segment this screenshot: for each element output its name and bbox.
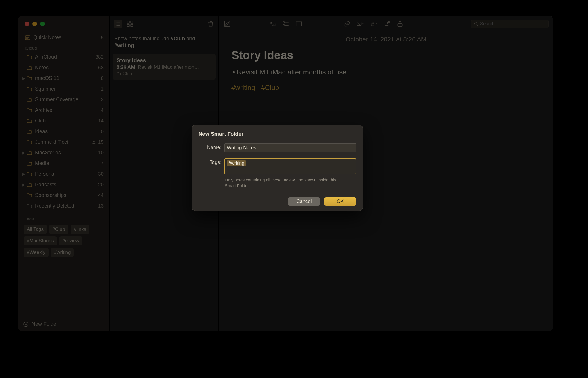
chevron-right-icon: ▶ xyxy=(22,76,26,80)
folder-icon xyxy=(26,54,32,60)
tag-pill[interactable]: #review xyxy=(59,236,82,245)
folder-icon xyxy=(117,72,121,76)
sidebar-item-macstories[interactable]: ▶MacStories110 xyxy=(21,147,107,158)
dialog-hint: Only notes containing all these tags wil… xyxy=(225,177,340,189)
smart-folder-name-input[interactable] xyxy=(224,143,356,152)
sidebar-item-notes[interactable]: Notes68 xyxy=(21,62,107,73)
sidebar-item-label: Archive xyxy=(35,107,101,113)
tag-pills-container: All Tags#Club#links#MacStories#review#We… xyxy=(21,222,107,257)
search-input[interactable] xyxy=(480,21,546,26)
sidebar-item-label: Notes xyxy=(35,65,98,71)
sidebar-item-label: All iCloud xyxy=(35,54,96,60)
svg-rect-4 xyxy=(131,21,133,23)
sidebar-item-summer-coverage-[interactable]: Summer Coverage…3 xyxy=(21,94,107,105)
smart-filter-prompt: Show notes that include #Club and #writi… xyxy=(110,32,218,54)
sidebar-item-count: 30 xyxy=(98,171,104,177)
smart-folder-tags-input[interactable]: #writing xyxy=(224,158,356,174)
lock-icon[interactable]: ⌵ xyxy=(370,20,377,28)
chevron-right-icon: ▶ xyxy=(22,151,26,155)
sidebar-item-all-icloud[interactable]: All iCloud382 xyxy=(21,52,107,62)
sidebar-item-macos-11[interactable]: ▶macOS 118 xyxy=(21,73,107,84)
sidebar-item-label: Personal xyxy=(35,171,98,177)
tag-pill[interactable]: #MacStories xyxy=(24,236,57,245)
link-icon[interactable] xyxy=(343,20,351,28)
checklist-icon[interactable] xyxy=(282,20,289,28)
sidebar-item-club[interactable]: Club14 xyxy=(21,116,107,126)
folder-icon xyxy=(26,65,32,71)
svg-point-9 xyxy=(283,25,285,26)
sidebar-item-count: 5 xyxy=(101,35,104,41)
trash-icon[interactable] xyxy=(207,20,214,28)
note-card[interactable]: Story Ideas 8:26 AM Revisit M1 iMac afte… xyxy=(113,54,216,80)
sidebar-item-recently-deleted[interactable]: Recently Deleted13 xyxy=(21,201,107,211)
sidebar-item-personal[interactable]: ▶Personal30 xyxy=(21,169,107,179)
folder-icon xyxy=(26,161,32,166)
svg-point-15 xyxy=(388,21,389,22)
folder-icon xyxy=(26,182,32,188)
sidebar-item-label: MacStories xyxy=(35,150,96,156)
folder-icon xyxy=(26,76,32,81)
chevron-right-icon: ▶ xyxy=(22,172,26,176)
sidebar-item-label: Sponsorships xyxy=(35,192,98,198)
note-date: October 14, 2021 at 8:26 AM xyxy=(231,36,541,49)
sidebar-item-ideas[interactable]: Ideas0 xyxy=(21,126,107,137)
collaborate-icon[interactable] xyxy=(383,20,390,28)
list-view-icon[interactable] xyxy=(114,20,122,28)
svg-point-1 xyxy=(93,141,94,142)
folder-icon xyxy=(26,118,32,124)
tag-pill[interactable]: #links xyxy=(71,225,89,234)
sidebar-item-label: Recently Deleted xyxy=(35,203,98,209)
list-toolbar xyxy=(110,16,218,32)
new-folder-button[interactable]: New Folder xyxy=(18,317,109,331)
minimize-window-icon[interactable] xyxy=(32,22,37,26)
svg-rect-5 xyxy=(127,24,129,27)
tag-pill[interactable]: #writing xyxy=(51,248,74,257)
sidebar-item-label: Squibner xyxy=(35,86,101,92)
sidebar-item-media[interactable]: Media7 xyxy=(21,158,107,169)
sidebar-item-sponsorships[interactable]: Sponsorships44 xyxy=(21,190,107,201)
grid-view-icon[interactable] xyxy=(126,20,134,28)
new-smart-folder-dialog: New Smart Folder Name: Tags: #writing On… xyxy=(192,125,363,211)
svg-rect-3 xyxy=(127,21,129,23)
chevron-right-icon: ▶ xyxy=(22,183,26,187)
media-icon[interactable]: ⌵ xyxy=(357,20,364,28)
tag-pill[interactable]: #Club xyxy=(49,225,68,234)
svg-rect-13 xyxy=(371,24,374,26)
note-card-title: Story Ideas xyxy=(117,57,212,64)
svg-rect-6 xyxy=(131,24,133,27)
sidebar-item-count: 44 xyxy=(98,193,104,198)
search-field[interactable] xyxy=(471,20,549,28)
folder-icon xyxy=(26,129,32,135)
note-tag[interactable]: #Club xyxy=(261,84,279,91)
cancel-button[interactable]: Cancel xyxy=(288,197,320,206)
format-text-icon[interactable]: Aa xyxy=(269,20,276,28)
sidebar-item-label: Quick Notes xyxy=(33,34,101,41)
sidebar-item-archive[interactable]: Archive4 xyxy=(21,105,107,116)
editor-toolbar: Aa ⌵ ⌵ xyxy=(219,16,553,32)
sidebar-item-label: macOS 11 xyxy=(35,75,101,81)
sidebar-item-label: Media xyxy=(35,160,101,166)
tag-pill[interactable]: #Weekly xyxy=(24,248,49,257)
sidebar-quick-notes[interactable]: Quick Notes 5 xyxy=(21,32,107,43)
table-icon[interactable] xyxy=(295,20,303,28)
sidebar-item-john-and-ticci[interactable]: John and Ticci15 xyxy=(21,137,107,147)
note-tags: #writing #Club xyxy=(231,84,541,92)
search-icon xyxy=(474,22,478,26)
sidebar-item-count: 0 xyxy=(101,129,104,135)
note-title: Story Ideas xyxy=(231,49,541,68)
sidebar: Quick Notes 5 iCloud All iCloud382Notes6… xyxy=(18,16,110,331)
note-tag[interactable]: #writing xyxy=(231,84,255,91)
ok-button[interactable]: OK xyxy=(324,197,356,206)
zoom-window-icon[interactable] xyxy=(40,22,45,26)
quick-notes-icon xyxy=(25,35,30,41)
sidebar-item-squibner[interactable]: Squibner1 xyxy=(21,84,107,94)
close-window-icon[interactable] xyxy=(25,22,29,26)
tag-token[interactable]: #writing xyxy=(227,160,246,166)
sidebar-item-label: Club xyxy=(35,118,98,124)
tag-pill[interactable]: All Tags xyxy=(24,225,47,234)
sidebar-section-icloud[interactable]: iCloud xyxy=(21,43,107,52)
sidebar-item-podcasts[interactable]: ▶Podcasts20 xyxy=(21,179,107,190)
compose-icon[interactable] xyxy=(223,20,231,28)
sidebar-item-label: John and Ticci xyxy=(35,139,91,145)
share-icon[interactable] xyxy=(396,20,404,28)
